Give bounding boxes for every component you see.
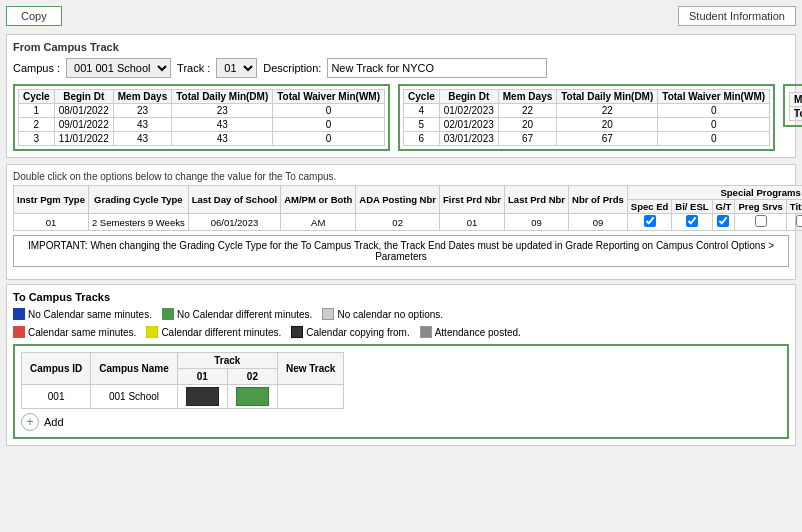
campus-id-cell: 001	[22, 385, 91, 409]
header-special-programs: Special Programs	[627, 186, 802, 200]
col-total-daily-1: Total Daily Min(DM)	[172, 90, 273, 104]
track-col-track-header: Track	[177, 353, 277, 369]
checkbox-spec-ed[interactable]	[644, 215, 656, 227]
track-col-campus-name: Campus Name	[91, 353, 177, 385]
campus-name-cell: 001 School	[91, 385, 177, 409]
legend-blue: No Calendar same minutes.	[13, 308, 152, 320]
cell-last-day[interactable]: 06/01/2023	[188, 214, 281, 231]
header-nbr-prds: Nbr of Prds	[569, 186, 628, 214]
cell-gt[interactable]	[712, 214, 735, 231]
header-preg-srvs: Preg Srvs	[735, 200, 786, 214]
header-instr-pgm: Instr Pgm Type	[14, 186, 89, 214]
track-col-02: 02	[227, 369, 277, 385]
cycle-table-1-container: Cycle Begin Dt Mem Days Total Daily Min(…	[13, 84, 390, 151]
track-col-01: 01	[177, 369, 227, 385]
header-ada: ADA Posting Nbr	[356, 186, 440, 214]
legend-green: No Calendar different minutes.	[162, 308, 312, 320]
table-row: 4 01/02/2023 22 22 0	[404, 104, 770, 118]
col-total-daily-2: Total Daily Min(DM)	[557, 90, 658, 104]
cycle-table-2: Cycle Begin Dt Mem Days Total Daily Min(…	[403, 89, 770, 146]
options-table: Instr Pgm Type Grading Cycle Type Last D…	[13, 185, 802, 231]
table-row: 6 03/01/2023 67 67 0	[404, 132, 770, 146]
track-select[interactable]: 01	[216, 58, 257, 78]
legend-red-label: Calendar same minutes.	[28, 327, 136, 338]
campus-select[interactable]: 001 001 School	[66, 58, 171, 78]
header-spec-ed: Spec Ed	[627, 200, 672, 214]
add-row: + Add	[21, 413, 781, 431]
legend-green-box	[162, 308, 174, 320]
legend-gray-no-calendar-label: No calendar no options.	[337, 309, 443, 320]
cell-last-prd[interactable]: 09	[505, 214, 569, 231]
cell-instr-pgm[interactable]: 01	[14, 214, 89, 231]
add-label: Add	[44, 416, 64, 428]
cycle-table-1: Cycle Begin Dt Mem Days Total Daily Min(…	[18, 89, 385, 146]
header-gt: G/T	[712, 200, 735, 214]
cell-bi-esl[interactable]	[672, 214, 712, 231]
new-track-cell	[277, 385, 343, 409]
cell-ada[interactable]: 02	[356, 214, 440, 231]
cell-first-prd[interactable]: 01	[439, 214, 504, 231]
header-grading-cycle: Grading Cycle Type	[88, 186, 188, 214]
track-label: Track :	[177, 62, 210, 74]
track-01-cell[interactable]	[177, 385, 227, 409]
legend-black: Calendar copying from.	[291, 326, 409, 338]
header-ampm: AM/PM or Both	[281, 186, 356, 214]
campus-label: Campus :	[13, 62, 60, 74]
legend-red: Calendar same minutes.	[13, 326, 136, 338]
campus-row: Campus : 001 001 School Track : 01 Descr…	[13, 58, 789, 78]
legend-gray-label: Attendance posted.	[435, 327, 521, 338]
legend-blue-box	[13, 308, 25, 320]
legend-gray: Attendance posted.	[420, 326, 521, 338]
cell-title-i[interactable]	[786, 214, 802, 231]
col-total-waiver-1: Total Waiver Min(WM)	[273, 90, 385, 104]
legend-row-2: Calendar same minutes. Calendar differen…	[13, 326, 789, 338]
legend-gray-no-calendar-box	[322, 308, 334, 320]
col-begin-dt-2: Begin Dt	[439, 90, 498, 104]
legend-row: No Calendar same minutes. No Calendar di…	[13, 308, 789, 320]
cell-ampm[interactable]: AM	[281, 214, 356, 231]
options-section: Double click on the options below to cha…	[6, 164, 796, 280]
legend-yellow-label: Calendar different minutes.	[161, 327, 281, 338]
cell-preg-srvs[interactable]	[735, 214, 786, 231]
header-first-prd: First Prd Nbr	[439, 186, 504, 214]
col-begin-dt-1: Begin Dt	[54, 90, 113, 104]
checkbox-preg-srvs[interactable]	[755, 215, 767, 227]
cycle-tables-row: Cycle Begin Dt Mem Days Total Daily Min(…	[13, 84, 789, 151]
table-row: 3 11/01/2022 43 43 0	[19, 132, 385, 146]
legend-yellow-box	[146, 326, 158, 338]
legend-yellow: Calendar different minutes.	[146, 326, 281, 338]
legend-gray-no-calendar: No calendar no options.	[322, 308, 443, 320]
track-02-button[interactable]	[236, 387, 269, 406]
col-cycle-1: Cycle	[19, 90, 55, 104]
track-02-cell[interactable]	[227, 385, 277, 409]
to-campus-tracks-section: To Campus Tracks No Calendar same minute…	[6, 284, 796, 446]
important-message: IMPORTANT: When changing the Grading Cyc…	[13, 235, 789, 267]
cell-spec-ed[interactable]	[627, 214, 672, 231]
table-row: 1 08/01/2022 23 23 0	[19, 104, 385, 118]
cell-nbr-prds[interactable]: 09	[569, 214, 628, 231]
double-click-label: Double click on the options below to cha…	[13, 171, 789, 182]
track-table: Campus ID Campus Name Track New Track 01…	[21, 352, 344, 409]
top-bar: Copy Student Information	[6, 6, 796, 26]
track-table-container: Campus ID Campus Name Track New Track 01…	[13, 344, 789, 439]
description-label: Description:	[263, 62, 321, 74]
from-campus-track-title: From Campus Track	[13, 41, 789, 53]
col-mem-days-2: Mem Days	[498, 90, 556, 104]
checkbox-title-i[interactable]	[796, 215, 802, 227]
checkbox-bi-esl[interactable]	[686, 215, 698, 227]
track-col-new-track: New Track	[277, 353, 343, 385]
legend-black-box	[291, 326, 303, 338]
cell-grading-cycle[interactable]: 2 Semesters 9 Weeks	[88, 214, 188, 231]
cycle-table-2-container: Cycle Begin Dt Mem Days Total Daily Min(…	[398, 84, 775, 151]
copy-button[interactable]: Copy	[6, 6, 62, 26]
header-last-day: Last Day of School	[188, 186, 281, 214]
add-track-button[interactable]: +	[21, 413, 39, 431]
table-row: 5 02/01/2023 20 20 0	[404, 118, 770, 132]
track-01-button[interactable]	[186, 387, 219, 406]
col-mem-days-1: Mem Days	[113, 90, 171, 104]
track-table-row: 001 001 School	[22, 385, 344, 409]
description-input[interactable]	[327, 58, 547, 78]
student-info-button[interactable]: Student Information	[678, 6, 796, 26]
checkbox-gt[interactable]	[717, 215, 729, 227]
options-row: 01 2 Semesters 9 Weeks 06/01/2023 AM 02 …	[14, 214, 803, 231]
